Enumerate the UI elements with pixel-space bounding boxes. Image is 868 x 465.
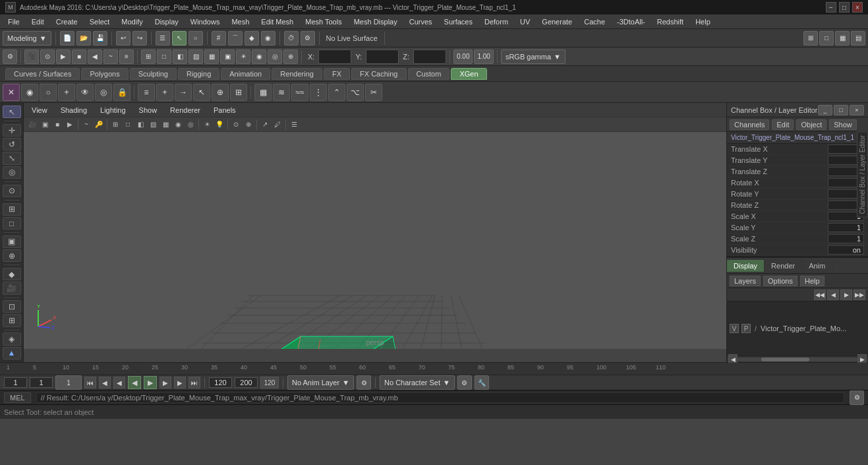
scale-tool-btn[interactable]: ⤡ xyxy=(3,152,21,164)
scrollbar-thumb[interactable] xyxy=(761,357,809,361)
color-space-dropdown[interactable]: sRGB gamma ▼ xyxy=(501,49,565,64)
vp-key-btn[interactable]: 🔑 xyxy=(93,119,105,131)
arrow-btn[interactable]: → xyxy=(175,84,192,101)
cb-expand-btn[interactable]: □ xyxy=(834,105,848,115)
open-scene-btn[interactable]: 📂 xyxy=(76,31,91,46)
tl-go-end-btn[interactable]: ⏭ xyxy=(188,377,200,388)
current-frame-btn[interactable]: 0.00 xyxy=(453,49,473,64)
cb-scale-z-input[interactable] xyxy=(828,234,864,243)
rotate-tool-btn[interactable]: ↺ xyxy=(3,138,21,150)
vp-tex-btn[interactable]: ▦ xyxy=(159,119,171,131)
vp-anim-btn[interactable]: ~ xyxy=(80,119,92,131)
settings-btn[interactable]: ⚙ xyxy=(3,49,17,64)
select-btn[interactable]: ↖ xyxy=(172,31,187,46)
viewport-single-btn[interactable]: □ xyxy=(819,31,834,46)
rb-options-btn[interactable]: Options xyxy=(763,276,797,286)
new-scene-btn[interactable]: 📄 xyxy=(60,31,74,46)
menu-curves[interactable]: Curves xyxy=(404,16,438,27)
tl-char-options-btn[interactable]: ⚙ xyxy=(457,375,472,390)
tl-playback-end-input[interactable] xyxy=(235,377,258,388)
lock-btn[interactable]: 🔒 xyxy=(113,84,130,101)
history-btn[interactable]: ⏱ xyxy=(284,31,299,46)
xgen-icon6[interactable]: ⌥ xyxy=(347,84,364,101)
xgen-tool1[interactable]: ◈ xyxy=(3,332,21,345)
menu-help[interactable]: Help xyxy=(690,16,716,27)
tab-sculpting[interactable]: Sculpting xyxy=(130,68,177,80)
coord-y-input[interactable] xyxy=(366,49,399,64)
tl-play-fwd-btn[interactable]: ▶ xyxy=(144,376,157,389)
vp-grid-btn[interactable]: ⊞ xyxy=(109,119,121,131)
cb-channels-menu[interactable]: Channels xyxy=(730,119,769,130)
cb-minimize-btn[interactable]: _ xyxy=(818,105,832,115)
show-manip-btn[interactable]: ⊞ xyxy=(3,203,21,216)
rb-p-checkbox[interactable]: P xyxy=(741,324,751,333)
menu-surfaces[interactable]: Surfaces xyxy=(439,16,478,27)
xgen-icon2[interactable]: ≋ xyxy=(273,84,290,101)
plus-btn[interactable]: + xyxy=(58,84,75,101)
stop-btn[interactable]: ■ xyxy=(72,49,86,64)
vp-smooth-btn[interactable]: ◧ xyxy=(134,119,146,131)
tab-xgen[interactable]: XGen xyxy=(451,68,486,80)
tl-prev-frame-btn[interactable]: ◀ xyxy=(113,377,125,388)
grid-btn[interactable]: ⊞ xyxy=(141,49,156,64)
viewport-menu-lighting[interactable]: Lighting xyxy=(95,105,131,115)
cb-object-menu[interactable]: Object xyxy=(796,119,826,130)
snap-btn[interactable]: ⊞ xyxy=(230,84,247,101)
tl-start-frame-input[interactable] xyxy=(4,377,27,388)
camera-view-btn[interactable]: 🎥 xyxy=(3,282,21,294)
rb-scrollbar[interactable]: ◀ ▶ xyxy=(727,356,868,362)
menu-mesh-tools[interactable]: Mesh Tools xyxy=(300,16,347,27)
coord-z-input[interactable] xyxy=(413,49,446,64)
menu-edit-mesh[interactable]: Edit Mesh xyxy=(256,16,299,27)
coord-x-input[interactable] xyxy=(318,49,351,64)
move-tool-btn[interactable]: ✛ xyxy=(3,124,21,137)
tl-go-start-btn[interactable]: ⏮ xyxy=(84,377,96,388)
viewport-4-btn[interactable]: ▦ xyxy=(835,31,850,46)
eye-btn[interactable]: 👁 xyxy=(76,84,94,101)
vp-paint-btn[interactable]: 🖊 xyxy=(272,119,283,131)
menu-modify[interactable]: Modify xyxy=(116,16,148,27)
xgen-icon3[interactable]: ≈≈ xyxy=(291,84,308,101)
shaded-wire-btn[interactable]: ▨ xyxy=(188,49,203,64)
camera-btn[interactable]: 🎥 xyxy=(24,49,39,64)
vp-film-btn[interactable]: ▣ xyxy=(39,119,51,131)
menu-mesh-display[interactable]: Mesh Display xyxy=(349,16,403,27)
select2-btn[interactable]: ↖ xyxy=(193,84,210,101)
vp-light-btn[interactable]: 💡 xyxy=(214,119,225,131)
tl-next-key-btn[interactable]: ▶ xyxy=(174,377,186,388)
ibl-btn[interactable]: ⊕ xyxy=(283,49,298,64)
menu-cache[interactable]: Cache xyxy=(579,16,610,27)
vp-ssao-btn[interactable]: ◎ xyxy=(185,119,196,131)
viewport-menu-view[interactable]: View xyxy=(26,105,53,115)
textured-btn[interactable]: ▦ xyxy=(204,49,219,64)
cb-close-btn[interactable]: × xyxy=(850,105,864,115)
workspace-dropdown[interactable]: Modeling ▼ xyxy=(3,31,51,46)
anim-btn[interactable]: ~ xyxy=(103,49,118,64)
rb-nav-left-skip[interactable]: ◀◀ xyxy=(814,290,826,300)
vp-shadow-btn[interactable]: ☀ xyxy=(201,119,213,131)
camera2-btn[interactable]: ⊙ xyxy=(40,49,55,64)
tl-play-back-btn[interactable]: ◀ xyxy=(128,376,141,389)
menu-redshift[interactable]: Redshift xyxy=(652,16,689,27)
play-fwd-btn[interactable]: ▶ xyxy=(56,49,71,64)
redo-btn[interactable]: ↪ xyxy=(132,31,147,46)
tl-prev-key-btn[interactable]: ◀ xyxy=(99,377,111,388)
menu-display[interactable]: Display xyxy=(150,16,184,27)
status-settings-btn[interactable]: ⚙ xyxy=(850,390,864,405)
bottom-btn1[interactable]: ⊡ xyxy=(3,300,21,313)
shaded-btn[interactable]: ◧ xyxy=(173,49,187,64)
hide-btn[interactable]: □ xyxy=(3,217,21,230)
channel-box-layer-editor-tab[interactable]: Channel Box / Layer Editor xyxy=(857,132,868,218)
menu-windows[interactable]: Windows xyxy=(185,16,225,27)
plus2-btn[interactable]: + xyxy=(156,84,173,101)
menu-3dto[interactable]: -3DtoAll- xyxy=(612,16,651,27)
menu-uv[interactable]: UV xyxy=(515,16,535,27)
vp-stop-btn[interactable]: ■ xyxy=(51,119,63,131)
menu-mesh[interactable]: Mesh xyxy=(226,16,254,27)
universal-tool-btn[interactable]: ◎ xyxy=(3,166,21,179)
tab-custom[interactable]: Custom xyxy=(408,68,450,80)
select-mode-btn[interactable]: ↖ xyxy=(3,106,21,118)
anim2-btn[interactable]: ≡ xyxy=(119,49,134,64)
eye2-btn[interactable]: ◎ xyxy=(95,84,112,101)
tl-total-frames-btn[interactable]: 120 xyxy=(260,377,279,388)
